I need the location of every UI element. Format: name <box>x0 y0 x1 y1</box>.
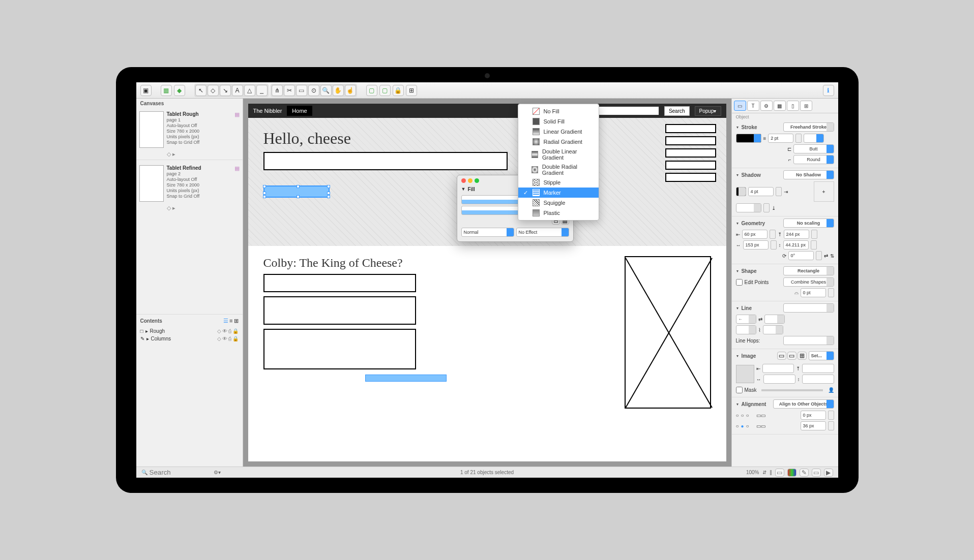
w-input[interactable]: 153 px <box>743 240 769 250</box>
inspector-tab-properties[interactable]: ⚙ <box>760 101 773 111</box>
inspector-tab-canvas[interactable]: ▦ <box>774 101 786 111</box>
bring-front-icon[interactable]: ▢ <box>366 85 377 96</box>
image-set-button[interactable]: Set... <box>809 351 834 360</box>
align-middle-icon[interactable]: ● <box>741 423 744 429</box>
presentation-icon[interactable]: ▶ <box>824 469 833 477</box>
view-grid-icon[interactable]: ⊞ <box>234 318 239 324</box>
shadow-preview[interactable]: + <box>814 181 834 202</box>
arrow-start[interactable]: ← <box>736 315 756 324</box>
radius-input[interactable]: 0 pt <box>801 288 826 297</box>
text-tool-icon[interactable]: A <box>232 85 243 96</box>
menu-item-no-fill[interactable]: No Fill <box>518 106 599 116</box>
shadow-blur[interactable] <box>736 203 761 212</box>
stroke-dash[interactable] <box>804 134 824 143</box>
canvas-item[interactable]: Tablet Refined page 2 Auto-layout Off Si… <box>136 162 243 205</box>
rotation-input[interactable]: 0° <box>788 251 814 260</box>
canvas-item[interactable]: Tablet Rough page 1 Auto-layout Off Size… <box>136 108 243 151</box>
mask-checkbox[interactable] <box>736 387 743 393</box>
menu-item-linear-gradient[interactable]: Linear Gradient <box>518 127 599 137</box>
h-input[interactable]: 44.211 px <box>783 240 809 250</box>
image-fill-icon[interactable]: ▭ <box>787 352 796 360</box>
send-back-icon[interactable]: ▢ <box>379 85 391 96</box>
image-tile-icon[interactable]: ⊞ <box>798 352 807 360</box>
inspector-tab-stencils[interactable]: ⊞ <box>800 101 812 111</box>
zoom-stepper-icon[interactable]: ⇵ <box>762 470 766 475</box>
lock-icon[interactable]: 🔒 <box>393 85 404 96</box>
node-tool-icon[interactable]: ⋔ <box>272 85 283 96</box>
shape-type-select[interactable]: Rectangle <box>783 266 834 275</box>
flip-v-icon[interactable]: ⇅ <box>830 253 834 259</box>
stroke-type-select[interactable]: Freehand Stroke <box>783 122 834 132</box>
line-cap-select[interactable]: Butt <box>793 144 834 153</box>
panel-toggle-icon[interactable]: ▣ <box>140 85 152 96</box>
stamp-tool-icon[interactable]: ▭ <box>296 85 307 96</box>
inspector-tab-object[interactable]: ▭ <box>734 101 746 111</box>
new-canvas-icon[interactable]: ▦ <box>161 85 172 96</box>
style-4-icon[interactable]: ▭ <box>812 469 821 477</box>
canvas[interactable]: The Nibbler Home Search Popup▾ Hello, ch… <box>243 99 731 466</box>
menu-item-squiggle[interactable]: Squiggle <box>518 198 599 208</box>
align-bottom-icon[interactable]: ○ <box>746 423 749 429</box>
style-2-icon[interactable] <box>787 469 796 477</box>
inspector-tab-text[interactable]: T <box>747 101 759 111</box>
menu-item-double-linear[interactable]: Double Linear Gradient <box>518 147 599 162</box>
shadow-type-select[interactable]: No Shadow <box>783 170 834 179</box>
minimize-icon[interactable] <box>468 178 473 183</box>
align-center-icon[interactable]: ○ <box>741 413 744 418</box>
gear-icon[interactable]: ⚙▾ <box>214 470 221 475</box>
dist-h-icon[interactable]: ▭▭ <box>756 413 765 418</box>
inspector-tab-document[interactable]: ▯ <box>787 101 799 111</box>
effect-select[interactable]: No Effect <box>516 228 569 237</box>
edit-points-checkbox[interactable] <box>736 279 743 286</box>
line-join-select[interactable]: Round <box>793 155 834 164</box>
image-well[interactable] <box>736 365 754 383</box>
connector-tool-icon[interactable]: ⎯ <box>256 85 268 96</box>
flip-h-icon[interactable]: ⇄ <box>824 253 828 259</box>
add-shape-icon[interactable]: ◆ <box>174 85 185 96</box>
scissors-tool-icon[interactable]: ✂ <box>284 85 295 96</box>
close-icon[interactable] <box>461 178 466 183</box>
style-1-icon[interactable]: ▭ <box>775 469 784 477</box>
gap-h-input[interactable]: 0 px <box>801 411 826 420</box>
layer-row[interactable]: □ ▸Rough ◇👁⎙🔒 <box>140 327 239 335</box>
dist-v-icon[interactable]: ▭▭ <box>756 423 765 429</box>
search-input[interactable] <box>150 469 211 476</box>
gap-v-input[interactable]: 36 px <box>801 421 826 430</box>
align-right-icon[interactable]: ○ <box>746 413 749 418</box>
zoom-level[interactable]: 100% <box>746 470 759 475</box>
pen-tool-icon[interactable]: ↘ <box>220 85 231 96</box>
shape-tool-icon[interactable]: ◇ <box>208 85 219 96</box>
zoom-icon[interactable] <box>475 178 479 183</box>
stroke-style-icon[interactable]: ≡ <box>763 136 766 141</box>
view-outline-icon[interactable]: ≡ <box>229 318 232 324</box>
master-icon[interactable]: ▦ <box>234 111 240 148</box>
layer-row[interactable]: ✎ ▸Columns ◇👁⎙🔒 <box>140 335 239 343</box>
y-input[interactable]: 244 px <box>784 230 809 239</box>
arrow-end[interactable] <box>764 315 785 324</box>
menu-item-stipple[interactable]: Stipple <box>518 177 599 188</box>
scaling-select[interactable]: No scaling <box>783 219 834 228</box>
align-mode-select[interactable]: Align to Other Objects <box>773 399 834 409</box>
line-hops-select[interactable] <box>783 336 834 345</box>
hand-tool-icon[interactable]: ✋ <box>333 85 344 96</box>
line-curve-2[interactable] <box>763 325 783 334</box>
selected-shape[interactable] <box>263 185 330 198</box>
blend-mode-select[interactable]: Normal <box>461 228 514 237</box>
info-icon[interactable]: ℹ <box>823 85 834 96</box>
line-tool-icon[interactable]: △ <box>244 85 255 96</box>
line-swap-icon[interactable]: ⇄ <box>758 317 762 322</box>
selection-tool-icon[interactable]: ↖ <box>195 85 206 96</box>
image-fit-icon[interactable]: ▭ <box>777 352 786 360</box>
menu-item-marker[interactable]: ✓Marker <box>518 188 599 198</box>
line-style-select[interactable] <box>783 303 834 313</box>
align-top-icon[interactable]: ○ <box>736 423 739 429</box>
stroke-color[interactable] <box>736 134 761 143</box>
menu-item-solid-fill[interactable]: Solid Fill <box>518 116 599 127</box>
view-list-icon[interactable]: ☰ <box>223 318 228 324</box>
stepper[interactable] <box>795 134 802 143</box>
group-icon[interactable]: ⊞ <box>406 85 417 96</box>
master-icon[interactable]: ▦ <box>234 165 240 202</box>
shadow-color[interactable] <box>736 187 746 196</box>
shadow-offset-input[interactable]: 4 pt <box>748 187 774 196</box>
x-input[interactable]: 60 px <box>742 230 768 239</box>
